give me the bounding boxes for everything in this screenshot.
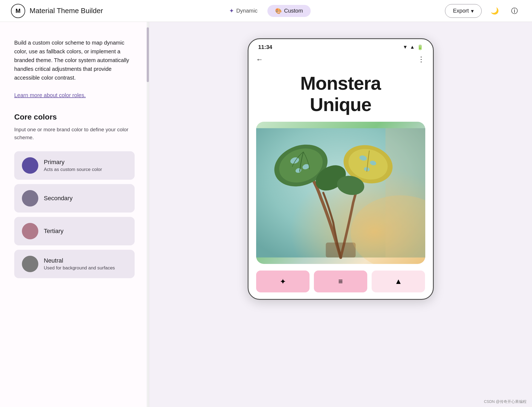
- color-swatch-neutral: [22, 256, 38, 272]
- scrollbar[interactable]: [147, 22, 149, 407]
- phone-status-bar: 11:34 ▼ ▲ 🔋: [248, 39, 433, 53]
- chevron-down-icon: ▾: [471, 8, 474, 14]
- app-title: Material Theme Builder: [30, 7, 103, 15]
- header-logo: M Material Theme Builder: [11, 4, 103, 18]
- color-swatch-primary: [22, 157, 38, 174]
- color-info-secondary: Secondary: [44, 195, 73, 202]
- export-button[interactable]: Export ▾: [445, 4, 482, 18]
- color-item-neutral[interactable]: Neutral Used for background and surfaces: [14, 250, 135, 278]
- app-header: M Material Theme Builder ✦ Dynamic 🎨 Cus…: [0, 0, 532, 22]
- main-layout: Build a custom color scheme to map dynam…: [0, 22, 532, 407]
- color-item-primary[interactable]: Primary Acts as custom source color: [14, 151, 135, 180]
- sparkle-icon: ✦: [229, 7, 234, 14]
- phone-plant-image: [256, 122, 425, 264]
- logo-icon: M: [11, 4, 25, 18]
- color-swatch-secondary: [22, 190, 38, 207]
- phone-bottom-bar: ✦ ≡ ▲: [248, 264, 433, 299]
- svg-rect-15: [326, 243, 355, 258]
- phone-hero-title: Monstera Unique: [248, 68, 433, 122]
- color-name: Secondary: [44, 195, 73, 202]
- scroll-thumb: [147, 27, 149, 82]
- learn-more-link[interactable]: Learn more about color roles.: [14, 92, 86, 98]
- left-panel: Build a custom color scheme to map dynam…: [0, 22, 149, 407]
- more-options-button[interactable]: ⋮: [418, 55, 425, 64]
- dynamic-label: Dynamic: [236, 8, 258, 14]
- custom-label: Custom: [284, 8, 303, 14]
- bottom-btn-sparkle[interactable]: ✦: [256, 271, 310, 292]
- color-name: Primary: [44, 159, 102, 166]
- dark-mode-button[interactable]: 🌙: [488, 4, 501, 18]
- color-list: Primary Acts as custom source color Seco…: [14, 151, 135, 278]
- info-button[interactable]: ⓘ: [508, 4, 521, 18]
- header-actions: Export ▾ 🌙 ⓘ: [445, 4, 521, 18]
- phone-time: 11:34: [258, 44, 272, 50]
- export-label: Export: [453, 8, 469, 14]
- custom-nav-button[interactable]: 🎨 Custom: [267, 5, 311, 17]
- color-item-secondary[interactable]: Secondary: [14, 184, 135, 213]
- bottom-btn-list[interactable]: ≡: [314, 271, 367, 292]
- phone-mockup: 11:34 ▼ ▲ 🔋 ← ⋮ Monstera Unique: [248, 38, 434, 300]
- color-name: Neutral: [44, 257, 115, 264]
- color-name: Tertiary: [44, 228, 63, 235]
- description-text: Build a custom color scheme to map dynam…: [14, 38, 135, 100]
- battery-icon: 🔋: [417, 44, 423, 50]
- moon-icon: 🌙: [491, 7, 499, 15]
- back-button[interactable]: ←: [256, 55, 263, 64]
- sparkle-icon: ✦: [280, 277, 286, 286]
- color-info-tertiary: Tertiary: [44, 228, 63, 235]
- palette-icon: 🎨: [275, 8, 282, 14]
- color-desc: Acts as custom source color: [44, 167, 102, 172]
- color-item-tertiary[interactable]: Tertiary: [14, 217, 135, 245]
- section-subtitle: Input one or more brand color to define …: [14, 126, 135, 141]
- right-panel: 11:34 ▼ ▲ 🔋 ← ⋮ Monstera Unique: [149, 22, 532, 407]
- tree-icon: ▲: [395, 277, 402, 286]
- dynamic-nav-button[interactable]: ✦ Dynamic: [221, 5, 265, 17]
- section-title: Core colors: [14, 113, 135, 121]
- phone-toolbar: ← ⋮: [248, 53, 433, 68]
- color-info-primary: Primary Acts as custom source color: [44, 159, 102, 172]
- signal-icon: ▲: [410, 44, 415, 50]
- bottom-btn-tree[interactable]: ▲: [372, 271, 425, 292]
- info-icon: ⓘ: [511, 7, 518, 15]
- status-icons: ▼ ▲ 🔋: [403, 44, 423, 50]
- color-swatch-tertiary: [22, 223, 38, 239]
- color-desc: Used for background and surfaces: [44, 265, 115, 271]
- wifi-icon: ▼: [403, 44, 408, 50]
- header-nav: ✦ Dynamic 🎨 Custom: [221, 5, 311, 17]
- list-icon: ≡: [338, 277, 343, 286]
- color-info-neutral: Neutral Used for background and surfaces: [44, 257, 115, 271]
- footer-credit: CSDN @传奇开心果编程: [484, 399, 527, 404]
